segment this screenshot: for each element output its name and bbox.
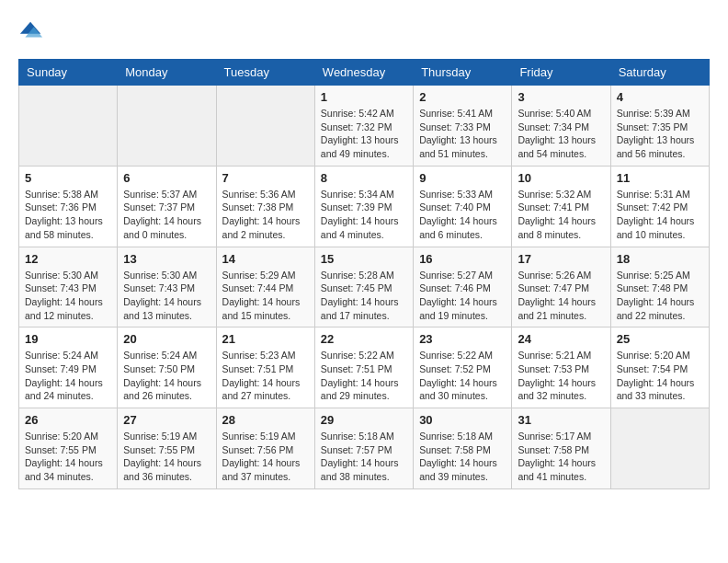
day-info: Sunrise: 5:39 AMSunset: 7:35 PMDaylight:… (617, 107, 703, 161)
weekday-header: Sunday (19, 60, 118, 86)
day-number: 6 (123, 171, 210, 185)
day-info: Sunrise: 5:27 AMSunset: 7:46 PMDaylight:… (419, 269, 506, 323)
day-number: 19 (25, 332, 111, 346)
day-info: Sunrise: 5:36 AMSunset: 7:38 PMDaylight:… (222, 188, 309, 242)
calendar-table: SundayMondayTuesdayWednesdayThursdayFrid… (18, 59, 710, 489)
day-info: Sunrise: 5:21 AMSunset: 7:53 PMDaylight:… (518, 349, 604, 403)
calendar-cell: 6Sunrise: 5:37 AMSunset: 7:37 PMDaylight… (118, 166, 216, 247)
day-info: Sunrise: 5:32 AMSunset: 7:41 PMDaylight:… (518, 188, 604, 242)
day-number: 22 (321, 332, 407, 346)
day-info: Sunrise: 5:22 AMSunset: 7:51 PMDaylight:… (321, 349, 407, 403)
calendar-cell: 12Sunrise: 5:30 AMSunset: 7:43 PMDayligh… (19, 247, 118, 327)
calendar-cell (610, 408, 709, 489)
day-info: Sunrise: 5:25 AMSunset: 7:48 PMDaylight:… (617, 269, 703, 323)
day-number: 4 (617, 90, 703, 104)
weekday-header: Monday (118, 60, 216, 86)
calendar-cell: 17Sunrise: 5:26 AMSunset: 7:47 PMDayligh… (512, 247, 610, 327)
calendar-cell: 23Sunrise: 5:22 AMSunset: 7:52 PMDayligh… (414, 327, 512, 408)
day-number: 26 (25, 413, 111, 427)
day-info: Sunrise: 5:22 AMSunset: 7:52 PMDaylight:… (419, 349, 506, 403)
calendar-cell: 26Sunrise: 5:20 AMSunset: 7:55 PMDayligh… (19, 408, 118, 489)
day-number: 8 (321, 171, 407, 185)
calendar-cell: 19Sunrise: 5:24 AMSunset: 7:49 PMDayligh… (19, 327, 118, 408)
day-info: Sunrise: 5:19 AMSunset: 7:55 PMDaylight:… (123, 430, 210, 484)
day-info: Sunrise: 5:24 AMSunset: 7:50 PMDaylight:… (123, 349, 210, 403)
day-info: Sunrise: 5:24 AMSunset: 7:49 PMDaylight:… (25, 349, 111, 403)
calendar-cell: 8Sunrise: 5:34 AMSunset: 7:39 PMDaylight… (314, 166, 413, 247)
day-number: 5 (25, 171, 111, 185)
day-number: 1 (321, 90, 407, 104)
calendar-cell: 16Sunrise: 5:27 AMSunset: 7:46 PMDayligh… (414, 247, 512, 327)
day-info: Sunrise: 5:20 AMSunset: 7:54 PMDaylight:… (617, 349, 703, 403)
calendar-cell (118, 86, 216, 167)
calendar-cell (19, 86, 118, 167)
logo-icon (18, 18, 44, 44)
day-number: 18 (617, 252, 703, 266)
calendar-cell: 14Sunrise: 5:29 AMSunset: 7:44 PMDayligh… (216, 247, 314, 327)
day-number: 24 (518, 332, 604, 346)
calendar-cell: 4Sunrise: 5:39 AMSunset: 7:35 PMDaylight… (610, 86, 709, 167)
day-info: Sunrise: 5:34 AMSunset: 7:39 PMDaylight:… (321, 188, 407, 242)
calendar-cell: 7Sunrise: 5:36 AMSunset: 7:38 PMDaylight… (216, 166, 314, 247)
day-info: Sunrise: 5:31 AMSunset: 7:42 PMDaylight:… (617, 188, 703, 242)
calendar-cell: 24Sunrise: 5:21 AMSunset: 7:53 PMDayligh… (512, 327, 610, 408)
page-header (18, 18, 710, 44)
day-info: Sunrise: 5:18 AMSunset: 7:57 PMDaylight:… (321, 430, 407, 484)
day-info: Sunrise: 5:42 AMSunset: 7:32 PMDaylight:… (321, 107, 407, 161)
day-number: 23 (419, 332, 506, 346)
calendar-week-row: 26Sunrise: 5:20 AMSunset: 7:55 PMDayligh… (19, 408, 710, 489)
day-info: Sunrise: 5:37 AMSunset: 7:37 PMDaylight:… (123, 188, 210, 242)
day-info: Sunrise: 5:33 AMSunset: 7:40 PMDaylight:… (419, 188, 506, 242)
calendar-cell: 10Sunrise: 5:32 AMSunset: 7:41 PMDayligh… (512, 166, 610, 247)
day-number: 13 (123, 252, 210, 266)
day-info: Sunrise: 5:40 AMSunset: 7:34 PMDaylight:… (518, 107, 604, 161)
day-info: Sunrise: 5:18 AMSunset: 7:58 PMDaylight:… (419, 430, 506, 484)
weekday-header: Wednesday (314, 60, 413, 86)
weekday-header: Tuesday (216, 60, 314, 86)
day-info: Sunrise: 5:41 AMSunset: 7:33 PMDaylight:… (419, 107, 506, 161)
day-number: 30 (419, 413, 506, 427)
day-info: Sunrise: 5:38 AMSunset: 7:36 PMDaylight:… (25, 188, 111, 242)
calendar-cell: 20Sunrise: 5:24 AMSunset: 7:50 PMDayligh… (118, 327, 216, 408)
day-info: Sunrise: 5:30 AMSunset: 7:43 PMDaylight:… (25, 269, 111, 323)
day-number: 25 (617, 332, 703, 346)
calendar-week-row: 19Sunrise: 5:24 AMSunset: 7:49 PMDayligh… (19, 327, 710, 408)
day-info: Sunrise: 5:23 AMSunset: 7:51 PMDaylight:… (222, 349, 309, 403)
day-number: 28 (222, 413, 309, 427)
calendar-cell: 28Sunrise: 5:19 AMSunset: 7:56 PMDayligh… (216, 408, 314, 489)
day-info: Sunrise: 5:20 AMSunset: 7:55 PMDaylight:… (25, 430, 111, 484)
day-info: Sunrise: 5:19 AMSunset: 7:56 PMDaylight:… (222, 430, 309, 484)
calendar-cell: 25Sunrise: 5:20 AMSunset: 7:54 PMDayligh… (610, 327, 709, 408)
day-number: 10 (518, 171, 604, 185)
calendar-cell: 13Sunrise: 5:30 AMSunset: 7:43 PMDayligh… (118, 247, 216, 327)
day-info: Sunrise: 5:17 AMSunset: 7:58 PMDaylight:… (518, 430, 604, 484)
weekday-header: Saturday (610, 60, 709, 86)
day-number: 7 (222, 171, 309, 185)
calendar-cell: 1Sunrise: 5:42 AMSunset: 7:32 PMDaylight… (314, 86, 413, 167)
calendar-cell: 31Sunrise: 5:17 AMSunset: 7:58 PMDayligh… (512, 408, 610, 489)
day-number: 9 (419, 171, 506, 185)
day-info: Sunrise: 5:26 AMSunset: 7:47 PMDaylight:… (518, 269, 604, 323)
calendar-week-row: 1Sunrise: 5:42 AMSunset: 7:32 PMDaylight… (19, 86, 710, 167)
logo (18, 18, 50, 44)
calendar-cell: 3Sunrise: 5:40 AMSunset: 7:34 PMDaylight… (512, 86, 610, 167)
calendar-cell: 22Sunrise: 5:22 AMSunset: 7:51 PMDayligh… (314, 327, 413, 408)
day-number: 14 (222, 252, 309, 266)
day-number: 31 (518, 413, 604, 427)
day-number: 3 (518, 90, 604, 104)
calendar-cell: 5Sunrise: 5:38 AMSunset: 7:36 PMDaylight… (19, 166, 118, 247)
calendar-week-row: 5Sunrise: 5:38 AMSunset: 7:36 PMDaylight… (19, 166, 710, 247)
day-number: 21 (222, 332, 309, 346)
calendar-cell (216, 86, 314, 167)
day-number: 2 (419, 90, 506, 104)
day-number: 12 (25, 252, 111, 266)
day-number: 20 (123, 332, 210, 346)
weekday-header: Friday (512, 60, 610, 86)
weekday-header: Thursday (414, 60, 512, 86)
day-number: 15 (321, 252, 407, 266)
calendar-cell: 29Sunrise: 5:18 AMSunset: 7:57 PMDayligh… (314, 408, 413, 489)
calendar-cell: 21Sunrise: 5:23 AMSunset: 7:51 PMDayligh… (216, 327, 314, 408)
calendar-cell: 27Sunrise: 5:19 AMSunset: 7:55 PMDayligh… (118, 408, 216, 489)
day-info: Sunrise: 5:28 AMSunset: 7:45 PMDaylight:… (321, 269, 407, 323)
day-number: 29 (321, 413, 407, 427)
